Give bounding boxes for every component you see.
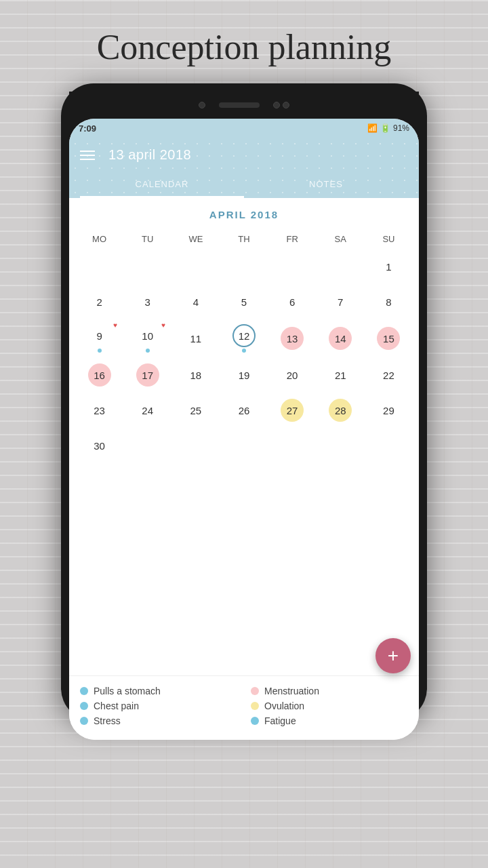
day-cell[interactable]: 30 — [76, 429, 123, 462]
day-cell[interactable]: 24 — [124, 393, 171, 427]
legend: Pulls a stomachMenstruationChest painOvu… — [69, 675, 419, 740]
day-number: 11 — [184, 327, 207, 350]
day-cell[interactable]: 21 — [317, 358, 364, 392]
legend-dot — [251, 687, 259, 695]
day-number: 21 — [329, 363, 352, 387]
legend-label: Stress — [94, 715, 121, 726]
day-cell[interactable]: 14 — [317, 320, 364, 357]
day-number: 26 — [232, 399, 256, 422]
legend-dot — [251, 702, 259, 710]
day-header-mo: MO — [76, 230, 123, 248]
tab-calendar[interactable]: CALENDAR — [80, 172, 244, 198]
day-cell[interactable]: 20 — [269, 358, 316, 392]
day-dot — [98, 349, 102, 353]
day-cell — [172, 250, 219, 283]
day-number: 7 — [329, 290, 352, 313]
day-number: 14 — [329, 327, 352, 350]
day-cell[interactable]: 5 — [220, 285, 267, 319]
day-number: 12 — [232, 324, 256, 347]
legend-dot — [80, 687, 88, 695]
speaker — [219, 102, 260, 108]
legend-dot — [80, 717, 88, 725]
day-number: 17 — [136, 363, 159, 387]
tab-notes[interactable]: NOTES — [244, 172, 408, 198]
day-number: 18 — [184, 363, 207, 387]
calendar-area: APRIL 2018 MOTUWETHFRSASU12345678♥9♥1011… — [69, 198, 419, 675]
status-time: 7:09 — [79, 123, 96, 134]
legend-item: Chest pain — [80, 701, 237, 711]
day-header-tu: TU — [124, 230, 171, 248]
status-right: 📶 🔋 91% — [367, 123, 409, 133]
day-cell[interactable]: 8 — [365, 285, 412, 319]
sensor-dot — [273, 102, 289, 108]
heart-icon: ♥ — [161, 321, 165, 329]
day-cell[interactable]: 23 — [76, 393, 123, 427]
day-number: 16 — [88, 363, 111, 387]
signal-icon: 📶 — [367, 123, 378, 133]
day-cell — [317, 250, 364, 283]
day-number: 19 — [232, 363, 256, 387]
day-cell[interactable]: 29 — [365, 393, 412, 427]
hamburger-menu[interactable] — [80, 151, 95, 160]
day-cell[interactable]: 4 — [172, 285, 219, 319]
legend-label: Pulls a stomach — [94, 686, 161, 696]
day-cell[interactable]: 1 — [365, 250, 412, 283]
day-number: 1 — [377, 255, 400, 278]
day-number: 23 — [88, 399, 111, 422]
day-number: 29 — [377, 399, 400, 422]
heart-icon: ♥ — [113, 321, 117, 329]
fab-button[interactable]: + — [375, 638, 411, 673]
day-cell[interactable]: 15 — [365, 320, 412, 357]
day-cell[interactable]: 6 — [269, 285, 316, 319]
day-number: 27 — [281, 399, 304, 422]
day-cell — [124, 250, 171, 283]
day-cell[interactable]: 22 — [365, 358, 412, 392]
day-number: 30 — [88, 434, 111, 457]
status-bar: 7:09 📶 🔋 91% — [69, 119, 419, 138]
day-cell[interactable]: 18 — [172, 358, 219, 392]
day-cell[interactable]: ♥10 — [124, 320, 171, 357]
calendar-grid: MOTUWETHFRSASU12345678♥9♥101112131415161… — [76, 230, 412, 462]
phone-frame: 7:09 📶 🔋 91% 13 april 2018 CALENDAR NOTE… — [61, 83, 427, 721]
day-cell — [220, 250, 267, 283]
day-number: 5 — [232, 290, 256, 313]
calendar-month-title: APRIL 2018 — [76, 209, 412, 220]
day-header-sa: SA — [317, 230, 364, 248]
battery-percent: 91% — [393, 123, 409, 133]
day-cell[interactable]: 19 — [220, 358, 267, 392]
page-title: Conception planning — [97, 27, 392, 67]
day-number: 4 — [184, 290, 207, 313]
day-number: 25 — [184, 399, 207, 422]
day-cell — [269, 250, 316, 283]
day-cell[interactable]: 28 — [317, 393, 364, 427]
day-number: 24 — [136, 399, 159, 422]
legend-item: Ovulation — [251, 701, 408, 711]
day-cell[interactable]: 26 — [220, 393, 267, 427]
day-header-we: WE — [172, 230, 219, 248]
day-cell — [76, 250, 123, 283]
legend-label: Ovulation — [264, 701, 304, 711]
day-cell[interactable]: 16 — [76, 358, 123, 392]
legend-dot — [251, 717, 259, 725]
legend-item: Fatigue — [251, 715, 408, 726]
day-cell[interactable]: ♥9 — [76, 320, 123, 357]
legend-label: Chest pain — [94, 701, 139, 711]
battery-icon: 🔋 — [380, 123, 390, 133]
day-cell[interactable]: 3 — [124, 285, 171, 319]
day-number: 8 — [377, 290, 400, 313]
day-cell[interactable]: 13 — [269, 320, 316, 357]
day-number: 10 — [136, 324, 159, 347]
day-dot — [146, 349, 150, 353]
day-number: 2 — [88, 290, 111, 313]
day-cell[interactable]: 2 — [76, 285, 123, 319]
day-cell[interactable]: 7 — [317, 285, 364, 319]
day-cell[interactable]: 27 — [269, 393, 316, 427]
day-cell[interactable]: 11 — [172, 320, 219, 357]
legend-item: Menstruation — [251, 686, 408, 696]
day-cell[interactable]: 12 — [220, 320, 267, 357]
day-cell[interactable]: 25 — [172, 393, 219, 427]
legend-label: Menstruation — [264, 686, 319, 696]
day-dot — [242, 349, 246, 353]
day-cell[interactable]: 17 — [124, 358, 171, 392]
app-header: 13 april 2018 CALENDAR NOTES — [69, 138, 419, 198]
